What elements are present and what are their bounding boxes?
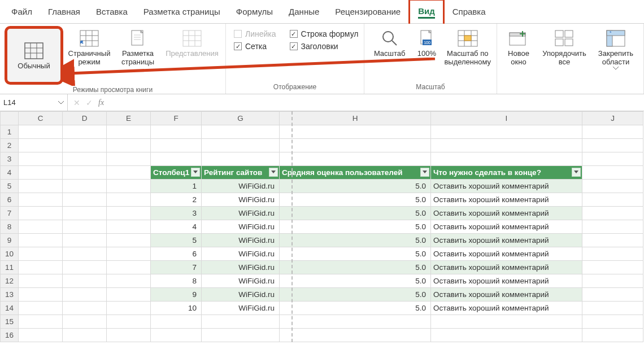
cell[interactable]: Оставить хороший комментарий xyxy=(431,247,582,261)
cell[interactable] xyxy=(431,152,582,166)
cell[interactable] xyxy=(582,207,643,220)
column-header-F[interactable]: F xyxy=(151,112,202,125)
cell[interactable] xyxy=(202,125,280,139)
cell[interactable]: 8 xyxy=(151,274,202,288)
cell[interactable] xyxy=(431,315,582,329)
cell[interactable]: WiFiGid.ru xyxy=(202,274,280,288)
cancel-icon[interactable]: ✕ xyxy=(73,98,80,107)
tab-Справка[interactable]: Справка xyxy=(445,1,494,22)
cell[interactable]: WiFiGid.ru xyxy=(202,247,280,261)
formula-input[interactable] xyxy=(110,94,644,111)
gridlines-checkbox[interactable]: ✓Сетка xyxy=(234,42,276,51)
cell[interactable] xyxy=(582,193,643,207)
cell[interactable] xyxy=(107,329,151,342)
cell[interactable] xyxy=(63,152,107,166)
cell[interactable]: WiFiGid.ru xyxy=(202,234,280,247)
cell[interactable] xyxy=(107,180,151,193)
cell[interactable] xyxy=(107,220,151,234)
cell[interactable] xyxy=(582,329,643,342)
row-header[interactable]: 1 xyxy=(1,125,19,139)
cell[interactable] xyxy=(151,315,202,329)
cell[interactable]: Оставить хороший комментарий xyxy=(431,288,582,302)
tab-Главная[interactable]: Главная xyxy=(40,1,88,22)
cell[interactable] xyxy=(107,315,151,329)
cell[interactable] xyxy=(63,139,107,152)
cell[interactable] xyxy=(63,274,107,288)
cell[interactable] xyxy=(582,288,643,302)
table-header[interactable]: Рейтинг сайтов xyxy=(202,166,280,180)
cell[interactable]: 4 xyxy=(151,220,202,234)
cell[interactable] xyxy=(151,152,202,166)
cell[interactable] xyxy=(63,166,107,180)
row-header[interactable]: 14 xyxy=(1,302,19,315)
tab-Вид[interactable]: Вид xyxy=(408,0,445,24)
cell[interactable] xyxy=(582,220,643,234)
worksheet[interactable]: CDEFGHIJ 1234Столбец1Рейтинг сайтовСредн… xyxy=(0,111,644,342)
cell[interactable] xyxy=(107,139,151,152)
cell[interactable] xyxy=(107,302,151,315)
cell[interactable] xyxy=(431,329,582,342)
cell[interactable]: 5.0 xyxy=(280,274,431,288)
zoom-button[interactable]: Масштаб xyxy=(369,26,410,60)
cell[interactable] xyxy=(280,125,431,139)
tab-Данные[interactable]: Данные xyxy=(281,1,327,22)
cell[interactable] xyxy=(582,274,643,288)
cell[interactable]: 5.0 xyxy=(280,193,431,207)
cell[interactable] xyxy=(107,234,151,247)
enter-icon[interactable]: ✓ xyxy=(86,98,93,107)
cell[interactable]: 10 xyxy=(151,302,202,315)
cell[interactable]: WiFiGid.ru xyxy=(202,261,280,274)
column-header-G[interactable]: G xyxy=(202,112,280,125)
zoom-100-button[interactable]: 100 100% xyxy=(414,26,440,60)
cell[interactable] xyxy=(582,152,643,166)
normal-view-button[interactable]: Обычный xyxy=(5,26,63,85)
cell[interactable] xyxy=(107,247,151,261)
cell[interactable]: Оставить хороший комментарий xyxy=(431,180,582,193)
cell[interactable] xyxy=(107,166,151,180)
cell[interactable] xyxy=(582,315,643,329)
filter-dropdown-icon[interactable] xyxy=(420,168,429,177)
row-header[interactable]: 9 xyxy=(1,234,19,247)
column-header-D[interactable]: D xyxy=(63,112,107,125)
cell[interactable] xyxy=(63,288,107,302)
cell[interactable]: 5.0 xyxy=(280,180,431,193)
table-header[interactable]: Средняя оценка пользователей xyxy=(280,166,431,180)
cell[interactable] xyxy=(280,139,431,152)
cell[interactable] xyxy=(582,234,643,247)
cell[interactable] xyxy=(107,288,151,302)
cell[interactable]: 6 xyxy=(151,247,202,261)
cell[interactable] xyxy=(107,152,151,166)
row-header[interactable]: 13 xyxy=(1,288,19,302)
cell[interactable] xyxy=(63,315,107,329)
column-header-C[interactable]: C xyxy=(19,112,63,125)
cell[interactable] xyxy=(582,125,643,139)
filter-dropdown-icon[interactable] xyxy=(572,168,581,177)
cell[interactable]: 5.0 xyxy=(280,288,431,302)
new-window-button[interactable]: Новое окно xyxy=(502,26,536,69)
row-header[interactable]: 4 xyxy=(1,166,19,180)
cell[interactable] xyxy=(63,234,107,247)
cell[interactable] xyxy=(19,315,63,329)
column-header-E[interactable]: E xyxy=(107,112,151,125)
filter-dropdown-icon[interactable] xyxy=(191,168,200,177)
cell[interactable] xyxy=(63,220,107,234)
row-header[interactable]: 5 xyxy=(1,180,19,193)
cell[interactable] xyxy=(63,302,107,315)
column-header-I[interactable]: I xyxy=(431,112,582,125)
cell[interactable] xyxy=(19,302,63,315)
cell[interactable]: Оставить хороший комментарий xyxy=(431,207,582,220)
cell[interactable] xyxy=(202,152,280,166)
cell[interactable] xyxy=(63,247,107,261)
cell[interactable]: 5.0 xyxy=(280,302,431,315)
column-header-H[interactable]: H xyxy=(280,112,431,125)
cell[interactable] xyxy=(582,302,643,315)
cell[interactable] xyxy=(107,193,151,207)
tab-Формулы[interactable]: Формулы xyxy=(228,1,281,22)
cell[interactable]: 5.0 xyxy=(280,207,431,220)
row-header[interactable]: 16 xyxy=(1,329,19,342)
tab-Рецензирование[interactable]: Рецензирование xyxy=(327,1,408,22)
cell[interactable]: WiFiGid.ru xyxy=(202,288,280,302)
cell[interactable] xyxy=(19,234,63,247)
row-header[interactable]: 10 xyxy=(1,247,19,261)
table-header[interactable]: Столбец1 xyxy=(151,166,202,180)
